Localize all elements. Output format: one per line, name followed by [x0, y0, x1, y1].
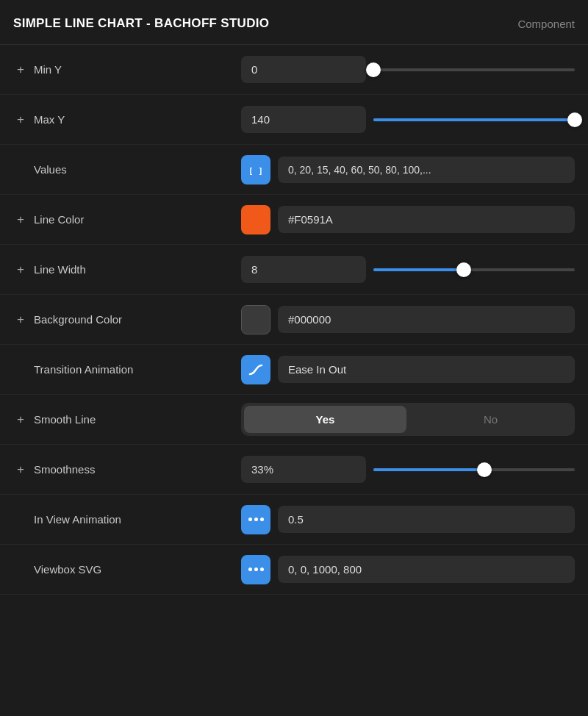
viewbox-svg-dots-icon[interactable]: [241, 555, 270, 584]
max-y-control: [241, 106, 575, 133]
min-y-control: [241, 56, 575, 83]
line-color-label-text: Line Color: [34, 213, 84, 226]
in-view-animation-label-text: In View Animation: [34, 513, 121, 526]
smoothness-slider-track[interactable]: [373, 468, 575, 471]
viewbox-svg-row: + Viewbox SVG 0, 0, 1000, 800: [0, 545, 588, 595]
min-y-label: + Min Y: [13, 62, 241, 77]
line-width-control: [241, 256, 575, 283]
transition-animation-label: + Transition Animation: [13, 362, 241, 377]
max-y-row: + Max Y: [0, 95, 588, 145]
in-view-animation-row: + In View Animation 0.5: [0, 495, 588, 545]
line-color-row: + Line Color: [0, 195, 588, 245]
background-color-input[interactable]: [278, 306, 575, 333]
smoothness-input[interactable]: [241, 456, 366, 483]
background-color-label-text: Background Color: [34, 313, 122, 326]
component-label: Component: [517, 18, 575, 30]
min-y-plus-icon[interactable]: +: [13, 62, 28, 77]
smoothness-control: [241, 456, 575, 483]
smoothness-slider-thumb: [477, 462, 492, 477]
smoothness-plus-icon[interactable]: +: [13, 462, 28, 477]
transition-animation-row: + Transition Animation Ease In Out: [0, 345, 588, 395]
values-control: [ ]: [241, 155, 575, 185]
min-y-slider-thumb: [366, 62, 381, 77]
viewbox-svg-control: 0, 0, 1000, 800: [241, 555, 575, 584]
max-y-slider-thumb: [567, 112, 582, 127]
smooth-line-plus-icon[interactable]: +: [13, 412, 28, 427]
smoothness-label: + Smoothness: [13, 462, 241, 477]
line-color-swatch[interactable]: [241, 205, 270, 235]
max-y-input[interactable]: [241, 106, 366, 133]
max-y-slider-fill: [373, 118, 575, 121]
values-input[interactable]: [278, 157, 575, 183]
line-color-label: + Line Color: [13, 212, 241, 227]
viewbox-svg-value[interactable]: 0, 0, 1000, 800: [278, 556, 575, 583]
svg-text:[ ]: [ ]: [248, 166, 263, 176]
in-view-animation-label: + In View Animation: [13, 512, 241, 527]
background-color-swatch[interactable]: [241, 305, 270, 334]
smooth-line-label: + Smooth Line: [13, 412, 241, 427]
min-y-slider-track[interactable]: [373, 68, 575, 71]
smooth-line-row: + Smooth Line Yes No: [0, 395, 588, 445]
in-view-animation-value[interactable]: 0.5: [278, 506, 575, 533]
in-view-animation-dots-icon[interactable]: [241, 505, 270, 534]
line-width-input[interactable]: [241, 256, 366, 283]
panel-header: SIMPLE LINE CHART - BACHOFF STUDIO Compo…: [0, 0, 588, 45]
min-y-label-text: Min Y: [34, 63, 62, 76]
max-y-slider-track[interactable]: [373, 118, 575, 121]
line-width-label-text: Line Width: [34, 263, 86, 276]
line-width-slider-track[interactable]: [373, 268, 575, 271]
transition-animation-control: Ease In Out: [241, 355, 575, 384]
smooth-line-label-text: Smooth Line: [34, 413, 96, 426]
background-color-row: + Background Color: [0, 295, 588, 345]
transition-animation-value[interactable]: Ease In Out: [278, 356, 575, 383]
panel-title: SIMPLE LINE CHART - BACHOFF STUDIO: [13, 16, 269, 31]
viewbox-svg-label: + Viewbox SVG: [13, 562, 241, 577]
min-y-input[interactable]: [241, 56, 366, 83]
line-width-slider-fill: [373, 268, 464, 271]
transition-animation-ease-icon[interactable]: [241, 355, 270, 384]
line-width-label: + Line Width: [13, 262, 241, 277]
max-y-plus-icon[interactable]: +: [13, 112, 28, 127]
line-color-control: [241, 205, 575, 235]
background-color-control: [241, 305, 575, 334]
smoothness-slider-fill: [373, 468, 484, 471]
min-y-row: + Min Y: [0, 45, 588, 95]
smooth-line-no-button[interactable]: No: [409, 406, 572, 433]
line-width-row: + Line Width: [0, 245, 588, 295]
transition-animation-label-text: Transition Animation: [34, 363, 133, 376]
smoothness-label-text: Smoothness: [34, 463, 95, 476]
viewbox-svg-label-text: Viewbox SVG: [34, 563, 101, 576]
background-color-label: + Background Color: [13, 312, 241, 327]
smooth-line-toggle: Yes No: [241, 403, 575, 436]
max-y-label: + Max Y: [13, 112, 241, 127]
smoothness-row: + Smoothness: [0, 445, 588, 495]
background-color-plus-icon[interactable]: +: [13, 312, 28, 327]
line-width-plus-icon[interactable]: +: [13, 262, 28, 277]
line-color-input[interactable]: [278, 206, 575, 233]
smooth-line-yes-button[interactable]: Yes: [244, 406, 406, 433]
values-bracket-icon[interactable]: [ ]: [241, 155, 270, 185]
max-y-label-text: Max Y: [34, 113, 65, 126]
line-width-slider-thumb: [456, 262, 471, 277]
values-label-text: Values: [34, 163, 67, 176]
values-label: + Values: [13, 162, 241, 177]
line-color-plus-icon[interactable]: +: [13, 212, 28, 227]
in-view-animation-control: 0.5: [241, 505, 575, 534]
values-row: + Values [ ]: [0, 145, 588, 195]
